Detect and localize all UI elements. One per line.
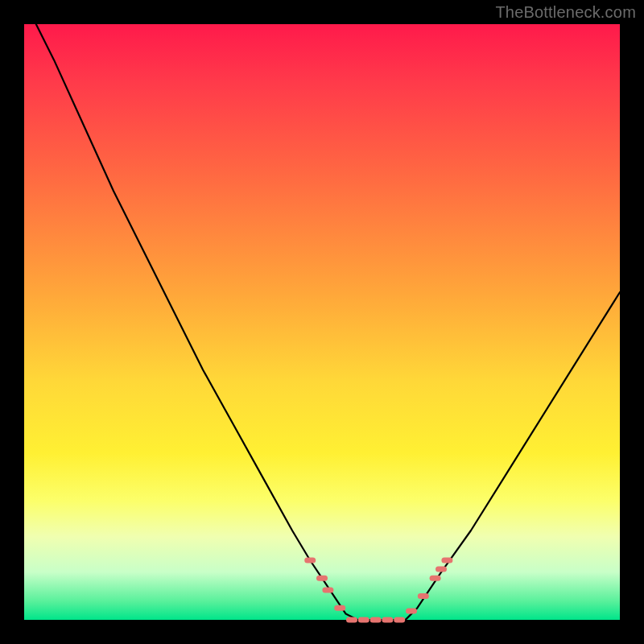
attribution-label: TheBottleneck.com [495, 3, 636, 22]
svg-rect-3 [334, 605, 345, 611]
svg-rect-7 [382, 617, 393, 623]
svg-rect-0 [304, 558, 316, 564]
svg-rect-13 [441, 558, 452, 564]
svg-rect-8 [394, 617, 405, 623]
svg-rect-6 [370, 617, 382, 623]
bottleneck-curve [36, 24, 620, 620]
svg-rect-1 [316, 576, 328, 581]
chart-svg [24, 24, 620, 620]
svg-rect-11 [430, 576, 441, 581]
svg-rect-5 [358, 617, 369, 623]
svg-rect-4 [346, 617, 357, 623]
chart-frame: TheBottleneck.com [0, 0, 644, 644]
svg-rect-12 [436, 567, 447, 572]
svg-rect-2 [322, 588, 333, 593]
chart-plot-area [24, 24, 620, 620]
curve-markers [304, 558, 452, 623]
svg-rect-10 [418, 593, 429, 599]
svg-rect-9 [406, 608, 417, 613]
